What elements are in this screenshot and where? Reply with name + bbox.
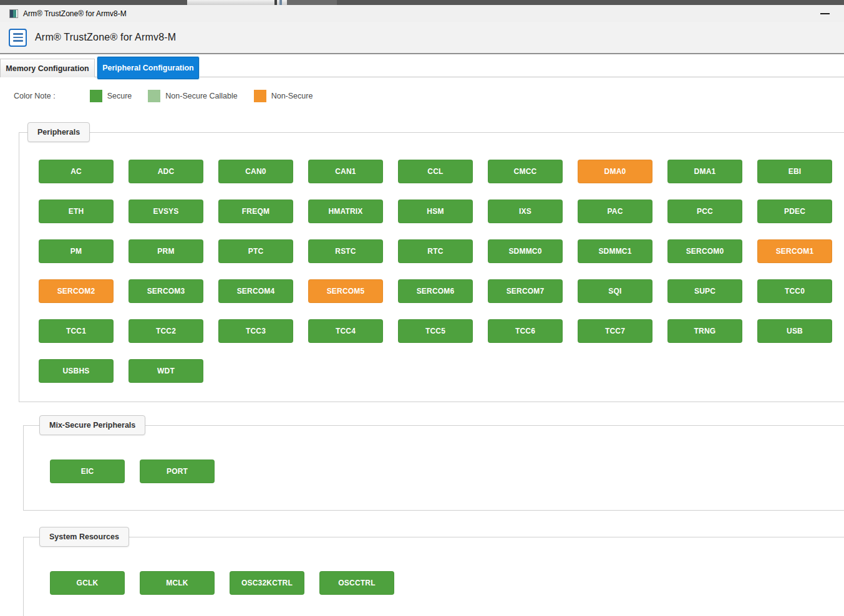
peripheral-button-pcc[interactable]: PCC <box>667 200 742 223</box>
peripheral-button-freqm[interactable]: FREQM <box>218 200 293 223</box>
peripheral-button-osc32kctrl[interactable]: OSC32KCTRL <box>230 571 304 595</box>
hamburger-icon <box>13 33 23 35</box>
peripheral-button-oscctrl[interactable]: OSCCTRL <box>319 571 394 595</box>
background-scrollbar-mark-blue <box>279 0 282 5</box>
legend-swatch-non-secure <box>254 90 266 102</box>
peripheral-button-dma1[interactable]: DMA1 <box>667 160 742 183</box>
peripheral-button-pac[interactable]: PAC <box>578 200 652 223</box>
hamburger-menu-button[interactable] <box>9 29 27 47</box>
minimize-icon <box>820 13 830 14</box>
tab-memory-configuration[interactable]: Memory Configuration <box>0 59 95 77</box>
peripheral-button-tcc7[interactable]: TCC7 <box>578 319 652 343</box>
background-window-edge <box>0 0 844 5</box>
peripheral-button-sercom2[interactable]: SERCOM2 <box>39 279 114 303</box>
group-label-system-resources: System Resources <box>39 527 129 547</box>
tab-strip: Memory Configuration Peripheral Configur… <box>0 59 844 77</box>
peripheral-button-cmcc[interactable]: CMCC <box>488 160 563 183</box>
peripheral-button-mclk[interactable]: MCLK <box>140 571 215 595</box>
legend-items: SecureNon-Secure CallableNon-Secure <box>90 90 329 102</box>
peripheral-button-rstc[interactable]: RSTC <box>308 239 383 263</box>
peripheral-button-ccl[interactable]: CCL <box>398 160 473 183</box>
peripheral-button-can0[interactable]: CAN0 <box>218 160 293 183</box>
button-grid: GCLKMCLKOSC32KCTRLOSCCTRL <box>24 537 844 595</box>
page-title: Arm® TrustZone® for Armv8-M <box>35 32 176 43</box>
peripheral-button-port[interactable]: PORT <box>140 460 215 483</box>
minimize-button[interactable] <box>815 5 834 22</box>
peripheral-button-sdmmc1[interactable]: SDMMC1 <box>578 239 652 263</box>
peripheral-button-wdt[interactable]: WDT <box>129 359 203 383</box>
peripheral-button-usbhs[interactable]: USBHS <box>39 359 114 383</box>
peripheral-button-ixs[interactable]: IXS <box>488 200 563 223</box>
legend-item-non-secure: Non-Secure <box>254 90 313 102</box>
peripheral-button-pm[interactable]: PM <box>39 239 114 263</box>
legend-item-label: Non-Secure Callable <box>165 92 237 100</box>
peripheral-button-hmatrix[interactable]: HMATRIX <box>308 200 383 223</box>
peripheral-button-trng[interactable]: TRNG <box>667 319 742 343</box>
peripheral-button-sercom0[interactable]: SERCOM0 <box>667 239 742 263</box>
peripheral-button-tcc6[interactable]: TCC6 <box>488 319 563 343</box>
window-title: Arm® TrustZone® for Armv8-M <box>23 9 127 18</box>
button-grid: ACADCCAN0CAN1CCLCMCCDMA0DMA1EBIETHEVSYSF… <box>19 133 844 383</box>
peripheral-button-rtc[interactable]: RTC <box>398 239 473 263</box>
peripheral-button-gclk[interactable]: GCLK <box>50 571 125 595</box>
button-grid: EICPORT <box>24 426 844 483</box>
app-window-icon <box>9 9 18 18</box>
peripheral-button-ptc[interactable]: PTC <box>218 239 293 263</box>
legend-swatch-secure <box>90 90 102 102</box>
peripheral-button-eth[interactable]: ETH <box>39 200 114 223</box>
peripheral-button-dma0[interactable]: DMA0 <box>578 160 652 183</box>
peripheral-button-sercom7[interactable]: SERCOM7 <box>488 279 563 303</box>
peripheral-button-adc[interactable]: ADC <box>129 160 203 183</box>
peripheral-button-eic[interactable]: EIC <box>50 460 125 483</box>
legend-swatch-non-secure-callable <box>148 90 160 102</box>
color-note-legend: Color Note : SecureNon-Secure CallableNo… <box>14 90 329 102</box>
peripheral-button-evsys[interactable]: EVSYS <box>129 200 203 223</box>
peripheral-button-prm[interactable]: PRM <box>129 239 203 263</box>
background-scrollbar-track <box>187 0 287 5</box>
peripheral-button-tcc0[interactable]: TCC0 <box>757 279 832 303</box>
peripheral-button-usb[interactable]: USB <box>757 319 832 343</box>
peripheral-button-supc[interactable]: SUPC <box>667 279 742 303</box>
group-label-mix-secure-peripherals: Mix-Secure Peripherals <box>39 415 145 435</box>
peripheral-button-hsm[interactable]: HSM <box>398 200 473 223</box>
tab-peripheral-configuration[interactable]: Peripheral Configuration <box>97 57 199 79</box>
peripheral-button-sercom4[interactable]: SERCOM4 <box>218 279 293 303</box>
peripheral-button-tcc3[interactable]: TCC3 <box>218 319 293 343</box>
peripheral-button-pdec[interactable]: PDEC <box>757 200 832 223</box>
app-header: Arm® TrustZone® for Armv8-M <box>0 22 844 54</box>
peripheral-button-ac[interactable]: AC <box>39 160 114 183</box>
legend-label: Color Note : <box>14 92 56 100</box>
peripheral-button-tcc4[interactable]: TCC4 <box>308 319 383 343</box>
peripheral-button-tcc1[interactable]: TCC1 <box>39 319 114 343</box>
peripheral-button-tcc2[interactable]: TCC2 <box>129 319 203 343</box>
peripheral-button-tcc5[interactable]: TCC5 <box>398 319 473 343</box>
group-box-peripherals: PeripheralsACADCCAN0CAN1CCLCMCCDMA0DMA1E… <box>19 132 844 402</box>
peripheral-button-sercom1[interactable]: SERCOM1 <box>757 239 832 263</box>
peripheral-button-ebi[interactable]: EBI <box>757 160 832 183</box>
peripheral-button-sercom6[interactable]: SERCOM6 <box>398 279 473 303</box>
peripheral-button-sercom3[interactable]: SERCOM3 <box>129 279 203 303</box>
hamburger-icon <box>13 37 23 39</box>
group-label-peripherals: Peripherals <box>27 122 90 142</box>
legend-item-non-secure-callable: Non-Secure Callable <box>148 90 237 102</box>
group-box-system-resources: System ResourcesGCLKMCLKOSC32KCTRLOSCCTR… <box>23 537 844 616</box>
peripheral-button-can1[interactable]: CAN1 <box>308 160 383 183</box>
window-titlebar: Arm® TrustZone® for Armv8-M <box>0 5 844 22</box>
peripheral-button-sqi[interactable]: SQI <box>578 279 652 303</box>
legend-item-label: Non-Secure <box>271 92 313 100</box>
peripheral-button-sdmmc0[interactable]: SDMMC0 <box>488 239 563 263</box>
background-window-edge-mid <box>287 0 337 5</box>
background-scrollbar-mark-dark <box>274 0 277 5</box>
legend-item-label: Secure <box>107 92 132 100</box>
peripheral-button-sercom5[interactable]: SERCOM5 <box>308 279 383 303</box>
group-box-mix-secure-peripherals: Mix-Secure PeripheralsEICPORT <box>23 425 844 511</box>
hamburger-icon <box>13 40 23 42</box>
legend-item-secure: Secure <box>90 90 132 102</box>
app-icon-right-pane <box>13 10 16 17</box>
